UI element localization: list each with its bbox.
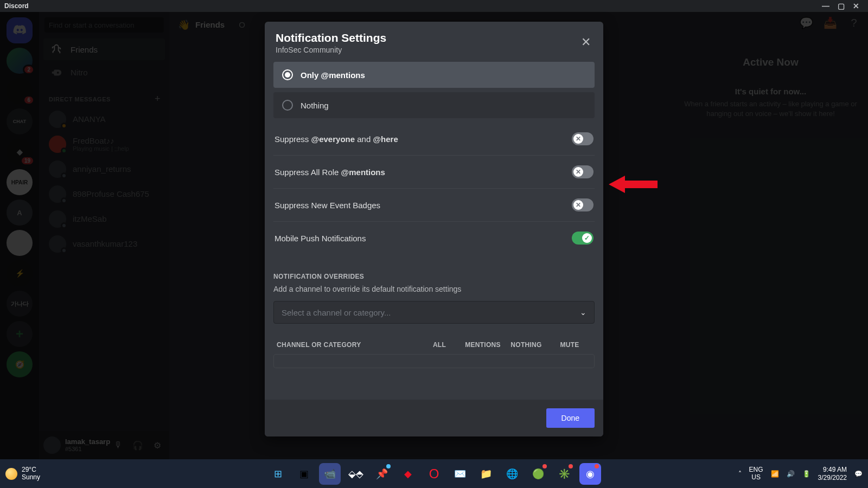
radio-label: Nothing xyxy=(301,101,329,110)
wifi-icon[interactable]: 📶 xyxy=(771,470,779,478)
app-title: Discord xyxy=(4,2,29,10)
dropbox-icon[interactable]: ⬙⬘ xyxy=(345,463,367,485)
toggle-label: Suppress @everyone and @here xyxy=(275,134,398,144)
app-icon[interactable]: ◆ xyxy=(397,463,419,485)
opera-icon[interactable]: O xyxy=(423,463,445,485)
radio-icon xyxy=(282,69,293,80)
system-tray: ˄ ENG US 📶 🔊 🔋 9:49 AM 3/29/2022 💬 xyxy=(738,466,863,481)
title-bar: Discord ― ▢ ✕ xyxy=(0,0,868,12)
channel-select-placeholder: Select a channel or category... xyxy=(282,308,391,317)
notification-center-icon[interactable]: 💬 xyxy=(854,470,863,478)
time: 9:49 AM xyxy=(818,466,847,473)
col-channel: CHANNEL OR CATEGORY xyxy=(277,341,418,349)
toggle-label: Suppress All Role @mentions xyxy=(275,168,385,177)
toggle-switch[interactable]: ✕ xyxy=(572,132,593,145)
weather-condition: Sunny xyxy=(22,474,40,481)
radio-icon xyxy=(282,100,293,111)
modal-server-name: InfoSec Community xyxy=(276,46,592,54)
keyboard-layout: US xyxy=(749,474,763,481)
modal-body[interactable]: Only @mentions Nothing Suppress @everyon… xyxy=(265,62,603,400)
chrome-icon[interactable]: 🟢 xyxy=(527,463,549,485)
channel-select[interactable]: Select a channel or category... ⌄ xyxy=(273,301,595,324)
toggle-switch[interactable]: ✕ xyxy=(572,165,593,178)
mail-icon[interactable]: ✉️ xyxy=(449,463,471,485)
windows-taskbar: 29°C Sunny ⊞ ▣ 📹 ⬙⬘ 📌 ◆ O ✉️ 📁 🌐 🟢 ✳️ ◉ … xyxy=(0,459,868,488)
radio-nothing[interactable]: Nothing xyxy=(273,92,595,118)
col-all: ALL xyxy=(418,341,461,349)
notification-settings-modal: Notification Settings InfoSec Community … xyxy=(265,22,603,436)
modal-footer: Done xyxy=(265,400,603,436)
battery-icon[interactable]: 🔋 xyxy=(802,470,810,478)
modal-title: Notification Settings xyxy=(276,31,592,44)
clock[interactable]: 9:49 AM 3/29/2022 xyxy=(818,466,847,481)
edge-icon[interactable]: 🌐 xyxy=(501,463,523,485)
col-nothing: NOTHING xyxy=(505,341,548,349)
app-icon[interactable]: 📹 xyxy=(319,463,341,485)
discord-taskbar-icon[interactable]: ◉ xyxy=(579,463,601,485)
done-button[interactable]: Done xyxy=(546,408,595,428)
chevron-down-icon: ⌄ xyxy=(580,308,586,317)
task-view-icon[interactable]: ▣ xyxy=(293,463,315,485)
tray-chevron-icon[interactable]: ˄ xyxy=(738,470,742,478)
toggle-switch[interactable]: ✕ xyxy=(572,198,593,211)
toggle-suppress-everyone: Suppress @everyone and @here ✕ xyxy=(273,123,595,156)
overrides-header: NOTIFICATION OVERRIDES xyxy=(273,273,595,280)
radio-only-mentions[interactable]: Only @mentions xyxy=(273,62,595,88)
close-icon[interactable]: ✕ xyxy=(578,35,593,50)
taskbar-apps: ⊞ ▣ 📹 ⬙⬘ 📌 ◆ O ✉️ 📁 🌐 🟢 ✳️ ◉ xyxy=(267,463,601,485)
toggle-label: Mobile Push Notifications xyxy=(275,234,366,243)
col-mute: MUTE xyxy=(548,341,591,349)
window-maximize-icon[interactable]: ▢ xyxy=(833,2,848,10)
language-indicator[interactable]: ENG xyxy=(749,466,763,474)
date: 3/29/2022 xyxy=(818,474,847,481)
window-minimize-icon[interactable]: ― xyxy=(818,2,833,10)
toggle-suppress-role-mentions: Suppress All Role @mentions ✕ xyxy=(273,156,595,189)
slack-icon[interactable]: ✳️ xyxy=(553,463,575,485)
radio-label: Only @mentions xyxy=(301,70,365,80)
app-icon[interactable]: 📌 xyxy=(371,463,393,485)
overrides-subtext: Add a channel to override its default no… xyxy=(273,285,595,293)
overrides-table xyxy=(273,354,595,368)
toggle-suppress-event-badges: Suppress New Event Badges ✕ xyxy=(273,189,595,222)
window-close-icon[interactable]: ✕ xyxy=(848,2,864,10)
file-explorer-icon[interactable]: 📁 xyxy=(475,463,497,485)
temperature: 29°C xyxy=(22,466,40,474)
volume-icon[interactable]: 🔊 xyxy=(787,470,795,478)
toggle-mobile-push: Mobile Push Notifications ✓ xyxy=(273,222,595,254)
toggle-label: Suppress New Event Badges xyxy=(275,201,380,210)
toggle-switch[interactable]: ✓ xyxy=(572,232,593,245)
col-mentions: MENTIONS xyxy=(461,341,505,349)
overrides-table-header: CHANNEL OR CATEGORY ALL MENTIONS NOTHING… xyxy=(273,341,595,349)
sun-icon xyxy=(5,468,17,480)
start-button[interactable]: ⊞ xyxy=(267,463,289,485)
weather-widget[interactable]: 29°C Sunny xyxy=(5,466,40,481)
